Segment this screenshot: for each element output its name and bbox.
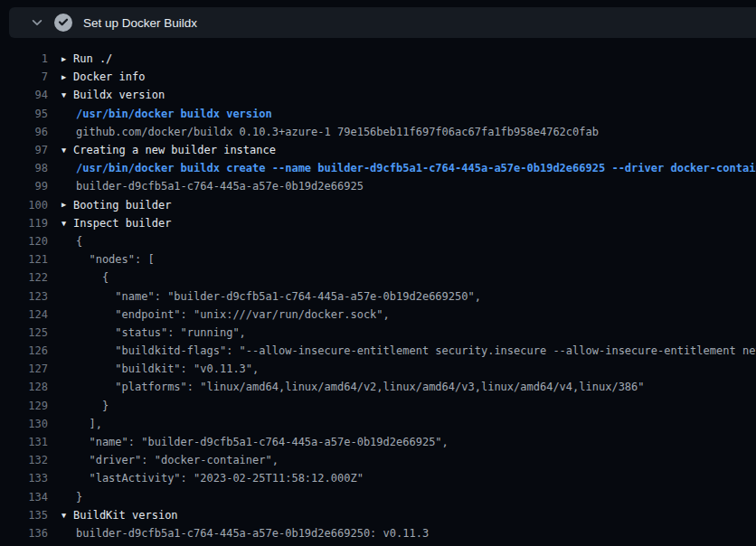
log-line: 122 {	[0, 268, 756, 287]
log-line: 134 }	[0, 488, 756, 506]
log-line-text: "platforms": "linux/amd64,linux/amd64/v2…	[76, 381, 645, 393]
log-line-number[interactable]: 97	[0, 144, 48, 156]
log-line-number[interactable]: 133	[0, 472, 48, 485]
log-line-number[interactable]: 125	[0, 326, 48, 339]
log-group-line[interactable]: 119 ▼ Inspect builder	[0, 214, 756, 232]
log-line-number[interactable]: 98	[0, 162, 48, 174]
log-line-body: ▼ BuildKit version	[48, 509, 756, 522]
caret-right-icon[interactable]: ▶	[61, 55, 73, 63]
log-line: 124 "endpoint": "unix:///var/run/docker.…	[0, 306, 756, 324]
log-line: 120 {	[0, 232, 756, 250]
log-line: 132 "driver": "docker-container",	[0, 451, 756, 469]
caret-down-icon[interactable]: ▼	[61, 146, 73, 155]
log-line-number[interactable]: 134	[0, 491, 48, 504]
log-group-line[interactable]: 100 ▶ Booting builder	[0, 196, 756, 214]
log-line-number[interactable]: 132	[0, 454, 48, 466]
log-line-number[interactable]: 94	[0, 89, 48, 101]
log-line-text: github.com/docker/buildx 0.10.3+azure-1 …	[76, 126, 599, 138]
log-line: 130 ],	[0, 415, 756, 433]
log-line: 133 "lastActivity": "2023-02-25T11:58:12…	[0, 469, 756, 487]
log-line-text: "buildkit": "v0.11.3",	[76, 362, 259, 375]
log-line-number[interactable]: 135	[0, 509, 48, 522]
log-line-number[interactable]: 120	[0, 235, 48, 248]
log-line-text: "nodes": [	[76, 253, 155, 266]
log-line-number[interactable]: 123	[0, 290, 48, 303]
log-line-text: BuildKit version	[73, 509, 178, 522]
log-group-line[interactable]: 135 ▼ BuildKit version	[0, 506, 756, 524]
log-line-number[interactable]: 124	[0, 308, 48, 321]
log-line-number[interactable]: 119	[0, 217, 48, 230]
log-line-body: {	[48, 271, 756, 284]
log-lines[interactable]: 1 ▶ Run ./ 7 ▶ Docker info 94 ▼ Buildx v…	[0, 50, 756, 542]
log-line-body: ],	[48, 418, 756, 430]
log-line-text: "name": "builder-d9cfb5a1-c764-445a-a57e…	[76, 436, 449, 448]
log-line-text: "endpoint": "unix:///var/run/docker.sock…	[76, 308, 390, 321]
log-line-number[interactable]: 128	[0, 381, 48, 393]
log-line-number[interactable]: 127	[0, 362, 48, 375]
log-line-number[interactable]: 7	[0, 71, 48, 83]
caret-down-icon[interactable]: ▼	[61, 512, 73, 520]
log-line: 99 builder-d9cfb5a1-c764-445a-a57e-0b19d…	[0, 177, 756, 195]
log-line-number[interactable]: 129	[0, 400, 48, 412]
log-line-text: }	[76, 400, 109, 412]
log-line-text: Inspect builder	[73, 217, 171, 230]
log-line-number[interactable]: 99	[0, 180, 48, 193]
log-line-text: "name": "builder-d9cfb5a1-c764-445a-a57e…	[76, 290, 481, 303]
log-line-number[interactable]: 121	[0, 253, 48, 266]
log-group-line[interactable]: 1 ▶ Run ./	[0, 50, 756, 68]
log-line-text: Buildx version	[73, 89, 165, 101]
log-line-body: "driver": "docker-container",	[48, 454, 756, 466]
log-line-number[interactable]: 100	[0, 199, 48, 212]
log-line-body: ▶ Run ./	[48, 52, 756, 65]
log-line-body: }	[48, 400, 756, 412]
log-line-body: builder-d9cfb5a1-c764-445a-a57e-0b19d2e6…	[48, 180, 756, 193]
log-line-body: "name": "builder-d9cfb5a1-c764-445a-a57e…	[48, 290, 756, 303]
log-line: 126 "buildkitd-flags": "--allow-insecure…	[0, 342, 756, 360]
log-line-body: github.com/docker/buildx 0.10.3+azure-1 …	[48, 126, 756, 138]
log-line: 125 "status": "running",	[0, 324, 756, 342]
log-line-body: "status": "running",	[48, 326, 756, 339]
log-line: 96 github.com/docker/buildx 0.10.3+azure…	[0, 123, 756, 141]
log-line-number[interactable]: 130	[0, 418, 48, 430]
caret-down-icon[interactable]: ▼	[61, 220, 73, 228]
log-line-body: "buildkit": "v0.11.3",	[48, 362, 756, 375]
step-header[interactable]: Set up Docker Buildx	[9, 7, 756, 38]
log-line: 131 "name": "builder-d9cfb5a1-c764-445a-…	[0, 433, 756, 451]
log-line-text: "status": "running",	[76, 326, 246, 339]
log-line: 128 "platforms": "linux/amd64,linux/amd6…	[0, 378, 756, 396]
log-line-number[interactable]: 131	[0, 436, 48, 448]
log-line-text: ],	[76, 418, 102, 430]
log-line-text: /usr/bin/docker buildx create --name bui…	[76, 162, 756, 174]
log-line-body: builder-d9cfb5a1-c764-445a-a57e-0b19d2e6…	[48, 527, 756, 540]
log-line-text: Creating a new builder instance	[73, 144, 276, 156]
log-line-body: "nodes": [	[48, 253, 756, 266]
log-line-text: Run ./	[73, 52, 112, 65]
step-title: Set up Docker Buildx	[83, 16, 197, 30]
log-line-number[interactable]: 1	[0, 52, 48, 65]
log-group-line[interactable]: 94 ▼ Buildx version	[0, 86, 756, 104]
log-line-number[interactable]: 122	[0, 271, 48, 284]
chevron-down-icon[interactable]	[31, 16, 43, 29]
caret-down-icon[interactable]: ▼	[61, 91, 73, 99]
log-line-text: builder-d9cfb5a1-c764-445a-a57e-0b19d2e6…	[76, 180, 364, 193]
caret-right-icon[interactable]: ▶	[61, 201, 73, 209]
log-line-number[interactable]: 136	[0, 527, 48, 540]
log-line-text: {	[76, 271, 109, 284]
log-line: 129 }	[0, 397, 756, 415]
log-line: 98 /usr/bin/docker buildx create --name …	[0, 159, 756, 177]
log-line-text: /usr/bin/docker buildx version	[76, 108, 272, 120]
log-line: 136 builder-d9cfb5a1-c764-445a-a57e-0b19…	[0, 524, 756, 542]
log-group-line[interactable]: 7 ▶ Docker info	[0, 68, 756, 86]
log-line-text: builder-d9cfb5a1-c764-445a-a57e-0b19d2e6…	[76, 527, 429, 540]
log-line-number[interactable]: 95	[0, 108, 48, 120]
log-line-body: }	[48, 491, 756, 504]
caret-right-icon[interactable]: ▶	[61, 73, 73, 81]
log-line-body: /usr/bin/docker buildx version	[48, 108, 756, 120]
log-line-number[interactable]: 96	[0, 126, 48, 138]
log-line-text: Booting builder	[73, 199, 171, 212]
log-line-body: "platforms": "linux/amd64,linux/amd64/v2…	[48, 381, 756, 393]
log-group-line[interactable]: 97 ▼ Creating a new builder instance	[0, 141, 756, 159]
log-line-number[interactable]: 126	[0, 344, 48, 357]
log-line-body: ▼ Creating a new builder instance	[48, 144, 756, 156]
log-line: 127 "buildkit": "v0.11.3",	[0, 360, 756, 378]
